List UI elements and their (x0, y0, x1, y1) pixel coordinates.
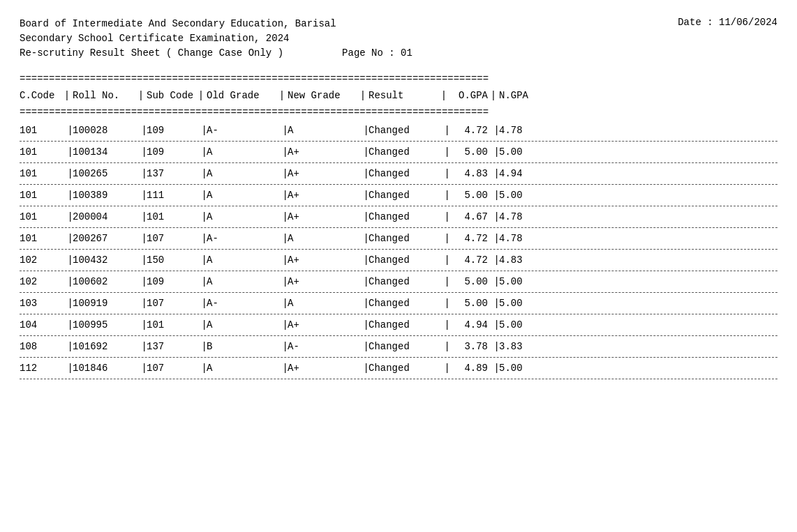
col-sep-3: | (195, 90, 207, 101)
cell-subcode: 109 (147, 125, 195, 136)
cell-ngpa: 5.00 (499, 319, 534, 330)
cell-subcode: 150 (147, 254, 195, 266)
cell-subcode: 107 (147, 298, 195, 309)
table-row-inner: 101 | 200267 | 107 | A- | A | Changed | … (20, 228, 777, 249)
cell-sep4: | (276, 363, 288, 374)
cell-sep2: | (135, 319, 147, 330)
cell-rollno: 100432 (73, 254, 135, 266)
cell-sep4: | (276, 341, 288, 352)
cell-sep1: | (61, 254, 73, 266)
header-title-line2: Secondary School Certificate Examination… (20, 31, 664, 46)
table-row-inner: 102 | 100602 | 109 | A | A+ | Changed | … (20, 271, 777, 292)
cell-oldgrade: A (207, 276, 276, 287)
cell-sep5: | (357, 168, 368, 179)
table-row-inner: 101 | 100389 | 111 | A | A+ | Changed | … (20, 185, 777, 206)
cell-ngpa: 5.00 (499, 190, 534, 201)
cell-rollno: 100265 (73, 168, 135, 179)
col-header-ogpa: O.GPA (449, 90, 488, 101)
cell-sep6: | (438, 363, 449, 374)
table-row: 101 | 200267 | 107 | A- | A | Changed | … (20, 228, 777, 250)
col-header-rollno: Roll No. (73, 90, 135, 101)
cell-sep6: | (438, 233, 449, 244)
cell-oldgrade: A (207, 146, 276, 158)
cell-sep6: | (438, 168, 449, 179)
column-headers: C.Code | Roll No. | Sub Code | Old Grade… (20, 86, 777, 105)
cell-ngpa: 4.83 (499, 254, 534, 266)
cell-oldgrade: A- (207, 298, 276, 309)
cell-ccode: 101 (20, 211, 61, 222)
cell-result: Changed (368, 341, 438, 352)
table-row-inner: 101 | 100265 | 137 | A | A+ | Changed | … (20, 163, 777, 184)
table-row: 101 | 200004 | 101 | A | A+ | Changed | … (20, 206, 777, 228)
cell-ccode: 104 (20, 319, 61, 330)
cell-oldgrade: A (207, 363, 276, 374)
cell-sep7: | (488, 298, 499, 309)
cell-sep2: | (135, 298, 147, 309)
header-title-line1: Board of Intermediate And Secondary Educ… (20, 17, 664, 31)
cell-rollno: 101692 (73, 341, 135, 352)
cell-ogpa: 4.89 (449, 363, 488, 374)
cell-sep7: | (488, 233, 499, 244)
col-sep-1: | (61, 90, 73, 101)
cell-sep1: | (61, 341, 73, 352)
cell-sep3: | (195, 211, 207, 222)
cell-rollno: 200004 (73, 211, 135, 222)
table-row-inner: 101 | 100134 | 109 | A | A+ | Changed | … (20, 142, 777, 162)
cell-ccode: 103 (20, 298, 61, 309)
cell-rollno: 100028 (73, 125, 135, 136)
header-left: Board of Intermediate And Secondary Educ… (20, 17, 664, 61)
cell-subcode: 101 (147, 319, 195, 330)
equals-top: ========================================… (20, 72, 777, 86)
cell-rollno: 100919 (73, 298, 135, 309)
cell-subcode: 107 (147, 363, 195, 374)
cell-sep6: | (438, 190, 449, 201)
cell-ngpa: 4.78 (499, 211, 534, 222)
table-row: 112 | 101846 | 107 | A | A+ | Changed | … (20, 358, 777, 379)
cell-oldgrade: A- (207, 125, 276, 136)
col-header-result: Result (368, 90, 438, 101)
cell-result: Changed (368, 233, 438, 244)
cell-sep2: | (135, 190, 147, 201)
cell-ogpa: 5.00 (449, 190, 488, 201)
table-row-inner: 104 | 100995 | 101 | A | A+ | Changed | … (20, 314, 777, 335)
cell-sep6: | (438, 146, 449, 158)
cell-subcode: 111 (147, 190, 195, 201)
cell-newgrade: A+ (288, 319, 357, 330)
table-row-inner: 108 | 101692 | 137 | B | A- | Changed | … (20, 336, 777, 357)
cell-sep6: | (438, 319, 449, 330)
cell-sep2: | (135, 168, 147, 179)
col-header-subcode: Sub Code (147, 90, 195, 101)
table-row: 101 | 100389 | 111 | A | A+ | Changed | … (20, 185, 777, 206)
cell-rollno: 100389 (73, 190, 135, 201)
cell-ogpa: 5.00 (449, 276, 488, 287)
cell-subcode: 109 (147, 276, 195, 287)
cell-sep3: | (195, 319, 207, 330)
cell-sep4: | (276, 254, 288, 266)
table-row: 101 | 100134 | 109 | A | A+ | Changed | … (20, 142, 777, 163)
cell-sep5: | (357, 233, 368, 244)
cell-ogpa: 4.72 (449, 254, 488, 266)
cell-newgrade: A- (288, 341, 357, 352)
cell-sep2: | (135, 363, 147, 374)
cell-rollno: 100134 (73, 146, 135, 158)
cell-sep3: | (195, 363, 207, 374)
cell-ogpa: 4.67 (449, 211, 488, 222)
cell-sep1: | (61, 146, 73, 158)
equals-bottom: ========================================… (20, 105, 777, 119)
cell-ogpa: 5.00 (449, 146, 488, 158)
cell-ngpa: 4.94 (499, 168, 534, 179)
cell-ogpa: 4.83 (449, 168, 488, 179)
col-header-newgrade: New Grade (288, 90, 357, 101)
cell-sep3: | (195, 341, 207, 352)
col-header-oldgrade: Old Grade (207, 90, 276, 101)
cell-ogpa: 4.72 (449, 233, 488, 244)
cell-newgrade: A+ (288, 363, 357, 374)
table-row: 101 | 100028 | 109 | A- | A | Changed | … (20, 120, 777, 142)
cell-sep4: | (276, 233, 288, 244)
table-row: 108 | 101692 | 137 | B | A- | Changed | … (20, 336, 777, 358)
cell-sep6: | (438, 254, 449, 266)
cell-result: Changed (368, 168, 438, 179)
cell-ccode: 102 (20, 254, 61, 266)
cell-ogpa: 4.94 (449, 319, 488, 330)
cell-oldgrade: A (207, 211, 276, 222)
